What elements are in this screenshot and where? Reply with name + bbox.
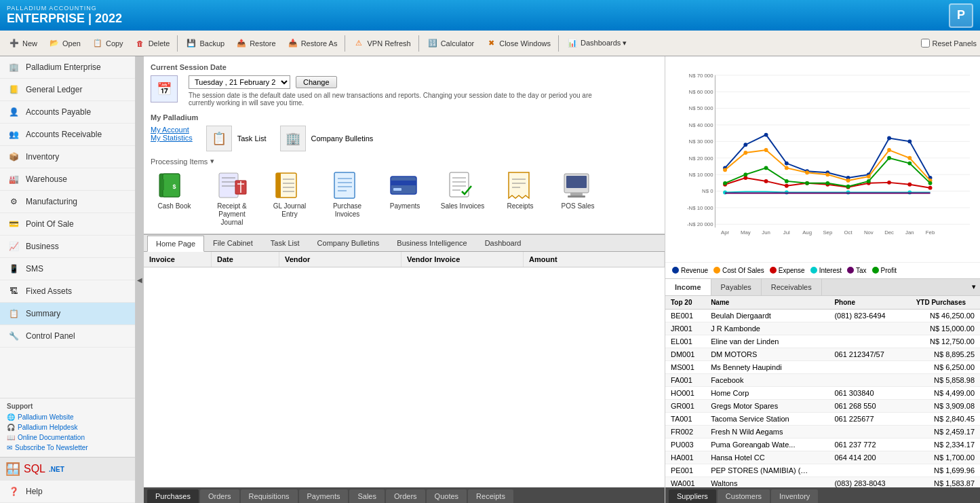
sidebar-item-business[interactable]: 📈 Business [0,236,135,258]
proc-item-payments[interactable]: Payments [381,171,429,227]
right-subtab-customers[interactable]: Customers [718,489,770,503]
table-row[interactable]: PU003 Puma Goreangab Wate... 061 237 772… [665,438,980,451]
proc-item-pos-sales[interactable]: POS Sales [554,171,602,227]
proc-item-receipts[interactable]: Receipts [496,171,544,227]
legend-interest: Interest [810,267,842,274]
table-row[interactable]: EL001 Eline van der Linden N$ 12,750.00 [665,335,980,348]
newsletter-link[interactable]: ✉ Subscribe To Newsletter [7,443,128,453]
accounts-payable-icon: 👤 [7,105,20,119]
sidebar-item-manufacturing[interactable]: ⚙ Manufacturing [0,191,135,213]
proc-item-cash-book[interactable]: $ Cash Book [151,171,198,227]
proc-item-gl-journal[interactable]: GL Journal Entry [266,171,313,227]
subtab-payments[interactable]: Payments [299,489,349,503]
right-tab-income[interactable]: Income [665,279,711,295]
svg-text:N$ 50 000: N$ 50 000 [689,105,714,111]
sidebar-item-sms[interactable]: 📱 SMS [0,258,135,280]
sidebar-item-accounts-receivable[interactable]: 👥 Accounts Receivable [0,124,135,146]
delete-button[interactable]: 🗑 Delete [130,35,175,52]
sidebar-item-warehouse[interactable]: 🏭 Warehouse [0,168,135,191]
subtab-receipts[interactable]: Receipts [468,489,513,503]
subtab-purchases[interactable]: Purchases [147,489,199,503]
company-bulletins-item[interactable]: 🏢 Company Bulletins [280,126,374,151]
my-account-link[interactable]: My Account [151,126,193,134]
svg-point-78 [907,139,912,143]
table-row[interactable]: JR001 J R Kambonde N$ 15,000.00 [665,322,980,335]
sidebar-item-inventory[interactable]: 📦 Inventory [0,146,135,168]
table-row[interactable]: FA001 Facebook N$ 5,858.98 [665,373,980,386]
tab-business-intelligence[interactable]: Business Intelligence [388,235,475,251]
subtab-quotes[interactable]: Quotes [427,489,467,503]
tab-home-page[interactable]: Home Page [147,236,204,252]
proc-item-receipt-payment[interactable]: Receipt & Payment Journal [208,171,256,227]
sidebar-item-point-of-sale[interactable]: 💳 Point Of Sale [0,213,135,236]
session-date-select[interactable]: Tuesday , 21 February 2 [189,75,290,89]
subtab-orders[interactable]: Orders [200,489,239,503]
tab-file-cabinet[interactable]: File Cabinet [204,235,262,251]
sidebar-item-help[interactable]: ❓ Help [0,481,135,503]
svg-point-72 [785,162,789,166]
sidebar-item-accounts-payable[interactable]: 👤 Accounts Payable [0,101,135,124]
copy-button[interactable]: 📋 Copy [87,35,128,52]
dashboards-button[interactable]: 📊 Dashboards ▾ [562,35,631,52]
tab-task-list[interactable]: Task List [262,235,309,251]
svg-text:Nov: Nov [864,229,874,236]
inventory-icon: 📦 [7,150,20,164]
table-row[interactable]: HO001 Home Corp 061 303840 N$ 4,499.00 [665,386,980,399]
table-row[interactable]: PE001 PEP STORES (NAMIBIA) (… N$ 1,699.9… [665,464,980,477]
gl-journal-label: GL Journal Entry [266,202,313,219]
sidebar-item-label: Summary [26,309,60,318]
svg-point-113 [867,179,871,183]
right-tab-payables[interactable]: Payables [711,279,762,295]
right-tab-arrow[interactable]: ▾ [968,279,980,295]
table-row[interactable]: BE001 Beulah Diergaardt (081) 823-6494 N… [665,309,980,322]
sidebar-item-palladium-enterprise[interactable]: 🏢 Palladium Enterprise [0,56,135,79]
table-row[interactable]: HA001 Hansa Hotel CC 064 414 200 N$ 1,70… [665,451,980,464]
toolbar-separator-4 [558,35,559,52]
restore-as-button[interactable]: 📥 Restore As [282,35,342,52]
dashboards-icon: 📊 [566,37,579,50]
sidebar-item-control-panel[interactable]: 🔧 Control Panel [0,325,135,348]
table-row[interactable]: GR001 Gregs Motor Spares 061 268 550 N$ … [665,399,980,412]
calculator-button[interactable]: 🔢 Calculator [422,35,479,52]
reset-panels-checkbox[interactable] [921,39,930,48]
online-docs-link[interactable]: 📖 Online Documentation [7,432,128,443]
cell-ytd: N$ 8,895.25 [911,348,980,360]
change-date-button[interactable]: Change [296,76,337,88]
right-subtab-inventory[interactable]: Inventory [771,489,818,503]
reset-panels-button[interactable]: Reset Panels [921,39,977,48]
processing-items-arrow: ▾ [210,157,214,166]
tab-company-bulletins[interactable]: Company Bulletins [309,235,389,251]
palladium-website-link[interactable]: 🌐 Palladium Website [7,412,128,422]
my-statistics-link[interactable]: My Statistics [151,134,193,142]
sidebar-item-summary[interactable]: 📋 Summary [0,303,135,325]
cell-phone: 061 237 772 [829,438,910,451]
helpdesk-link[interactable]: 🎧 Palladium Helpdesk [7,422,128,432]
task-list-item[interactable]: 📋 Task List [206,126,267,151]
proc-item-purchase-invoices[interactable]: Purchase Invoices [324,171,371,227]
table-row[interactable]: DM001 DM MOTORS 061 212347/57 N$ 8,895.2… [665,348,980,360]
open-button[interactable]: 📂 Open [43,35,85,52]
close-windows-button[interactable]: ✖ Close Windows [480,35,555,52]
tab-dashboard[interactable]: Dashboard [476,235,530,251]
subtab-orders2[interactable]: Orders [386,489,425,503]
new-button[interactable]: ➕ New [3,35,42,52]
right-tab-receivables[interactable]: Receivables [762,279,822,295]
cell-code: PE001 [665,464,705,477]
table-row[interactable]: WA001 Waltons (083) 283-8043 N$ 1,583.87 [665,477,980,487]
svg-point-106 [723,181,727,185]
sidebar-collapse-button[interactable]: ◀ [136,56,144,503]
restore-button[interactable]: 📤 Restore [231,35,281,52]
backup-button[interactable]: 💾 Backup [180,35,229,52]
cell-name: Waltons [705,477,829,487]
table-row[interactable]: FR002 Fresh N Wild Aegams N$ 2,459.17 [665,425,980,438]
vpn-button[interactable]: ⚠ VPN Refresh [348,35,415,52]
right-subtab-suppliers[interactable]: Suppliers [669,489,716,503]
sidebar-item-fixed-assets[interactable]: 🏗 Fixed Assets [0,280,135,303]
proc-item-sales-invoices[interactable]: Sales Invoices [439,171,486,227]
subtab-requisitions[interactable]: Requisitions [241,489,298,503]
sidebar-item-general-ledger[interactable]: 📒 General Ledger [0,79,135,101]
table-row[interactable]: MS001 Ms Bennety Haupindi N$ 6,250.00 [665,360,980,373]
subtab-sales[interactable]: Sales [349,489,385,503]
svg-point-114 [887,156,891,160]
table-row[interactable]: TA001 Tacoma Service Station 061 225677 … [665,412,980,425]
